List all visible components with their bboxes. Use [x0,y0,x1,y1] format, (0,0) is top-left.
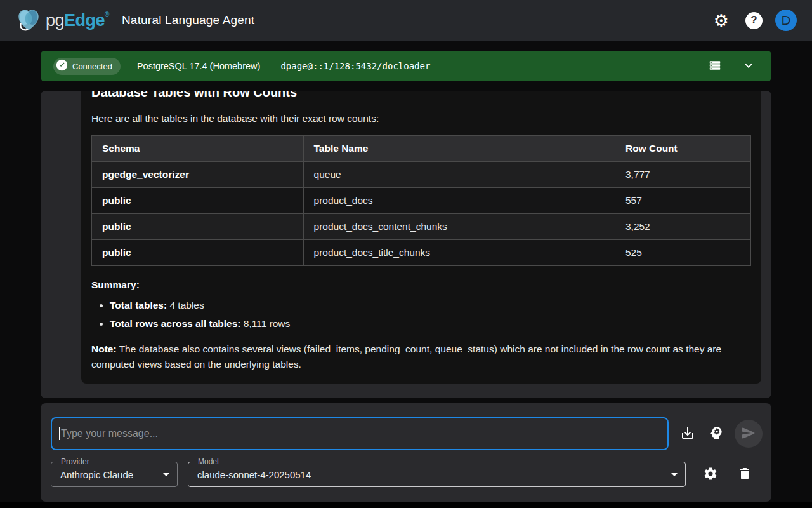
summary-list: Total tables: 4 tables Total rows across… [91,299,751,330]
cell-table-name: product_docs_title_chunks [303,240,615,266]
status-badge-label: Connected [72,62,112,71]
help-icon: ? [745,12,763,29]
model-select-value: claude-sonnet-4-20250514 [188,469,311,480]
connection-collapse-button[interactable] [738,55,759,77]
cell-row-count: 3,252 [615,214,750,240]
provider-select-value: Anthropic Claude [51,469,133,480]
pgedge-logo-icon [15,7,42,34]
cell-schema: public [92,240,304,266]
clear-chat-button[interactable] [733,462,756,487]
model-select-label: Model [195,457,222,466]
table-row: pgedge_vectorizer queue 3,777 [92,162,751,188]
psychology-icon [708,425,724,443]
column-header-row-count: Row Count [615,136,750,162]
thinking-mode-button[interactable] [704,421,728,447]
assistant-message: Database Tables with Row Counts Here are… [81,91,761,384]
cell-schema: pgedge_vectorizer [92,162,304,188]
check-circle-icon [56,59,68,74]
bottom-strip [0,502,812,508]
cell-table-name: product_docs_content_chunks [303,214,615,240]
cell-row-count: 557 [615,188,750,214]
chat-history-panel: Database Tables with Row Counts Here are… [41,91,771,398]
message-intro: Here are all the tables in the database … [91,113,751,124]
dropdown-caret-icon [671,473,678,476]
list-icon [708,58,722,74]
summary-heading: Summary: [91,279,751,291]
cell-schema: public [92,188,304,214]
settings-button[interactable]: ⚙ [710,8,733,33]
download-icon [680,425,695,443]
server-version-label: PostgreSQL 17.4 (Homebrew) [137,61,261,71]
gear-icon: ⚙ [714,12,729,29]
gear-filled-icon [703,466,718,483]
message-heading: Database Tables with Row Counts [91,91,751,100]
status-badge: Connected [53,58,121,75]
table-row: public product_docs_title_chunks 525 [92,240,751,266]
cell-schema: public [92,214,304,240]
message-note: Note: The database also contains several… [91,342,751,372]
help-button[interactable]: ? [742,8,766,33]
connection-list-button[interactable] [704,55,726,78]
column-header-table-name: Table Name [303,136,615,162]
message-input-wrap [51,417,669,450]
pgedge-logo-text: pgEdge® [46,11,109,30]
list-item: Total tables: 4 tables [110,299,751,312]
chevron-down-icon [742,59,755,74]
cell-row-count: 525 [615,240,750,266]
text-caret [59,427,60,440]
composer-panel: Provider Anthropic Claude Model claude-s… [41,403,771,502]
provider-select[interactable]: Provider Anthropic Claude [51,462,178,487]
dropdown-caret-icon [163,473,169,476]
row-counts-table: Schema Table Name Row Count pgedge_vecto… [91,135,751,266]
model-select[interactable]: Model claude-sonnet-4-20250514 [188,462,686,487]
table-row: public product_docs_content_chunks 3,252 [92,214,751,240]
cell-row-count: 3,777 [615,162,750,188]
page-title: Natural Language Agent [122,13,254,27]
message-input[interactable] [51,417,669,450]
send-icon [741,425,756,443]
connection-bar: Connected PostgreSQL 17.4 (Homebrew) dpa… [41,51,771,81]
pgedge-logo: pgEdge® [15,7,109,34]
trash-icon [737,466,752,483]
table-row: public product_docs 557 [92,188,751,214]
column-header-schema: Schema [92,136,304,162]
app-header: pgEdge® Natural Language Agent ⚙ ? D [0,0,812,41]
cell-table-name: queue [303,162,615,188]
table-header-row: Schema Table Name Row Count [92,136,751,162]
avatar[interactable]: D [775,10,797,31]
send-button[interactable] [735,420,763,448]
download-button[interactable] [676,422,699,446]
cell-table-name: product_docs [303,188,615,214]
connection-string: dpage@::1/128:5432/docloader [280,61,430,71]
model-settings-button[interactable] [699,462,722,487]
list-item: Total rows across all tables: 8,111 rows [110,318,751,330]
provider-select-label: Provider [58,457,93,466]
